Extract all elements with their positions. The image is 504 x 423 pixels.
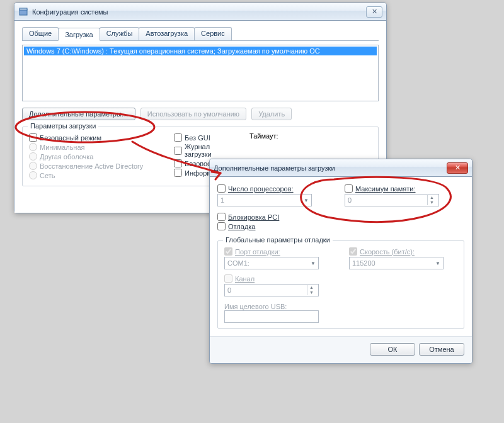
adv-dialog-buttons: ОК Отмена (210, 336, 472, 363)
debug-legend: Глобальные параметры отладки (223, 236, 333, 244)
boot-list[interactable]: Windows 7 (C:\Windows) : Текущая операци… (22, 45, 379, 101)
adv-titlebar[interactable]: Дополнительные параметры загрузки ✕ (210, 159, 472, 177)
set-default-button: Использовать по умолчанию (140, 108, 246, 120)
delete-button: Удалить (251, 108, 292, 120)
boot-options-legend: Параметры загрузки (28, 122, 98, 130)
debugport-checkbox: Порт отладки: (224, 247, 333, 256)
baud-combo: 115200 ▼ (349, 257, 444, 269)
tab-tools[interactable]: Сервис (194, 27, 232, 40)
maxmem-checkbox[interactable]: Максимум памяти: (345, 184, 455, 193)
adv-title: Дополнительные параметры загрузки (214, 164, 447, 172)
boot-log-checkbox[interactable]: Журнал загрузки (174, 143, 237, 158)
dropdown-arrow-icon: ▼ (435, 261, 440, 266)
titlebar[interactable]: Конфигурация системы ✕ (14, 3, 386, 21)
debugport-combo: COM1: ▼ (224, 257, 319, 269)
dropdown-arrow-icon: ▼ (304, 198, 309, 203)
app-icon (18, 7, 28, 17)
channel-checkbox: Канал (224, 274, 457, 283)
debug-group: Глобальные параметры отладки Порт отладк… (217, 240, 464, 329)
usb-target-label: Имя целевого USB: (224, 303, 457, 310)
tab-strip: Общие Загрузка Службы Автозагрузка Серви… (22, 27, 379, 41)
adv-cancel-button[interactable]: Отмена (419, 343, 464, 356)
maxmem-spinner: 0 ▲▼ (345, 194, 439, 206)
channel-spinner: 0 ▲▼ (224, 284, 319, 296)
close-button[interactable]: ✕ (366, 6, 382, 18)
safe-mode-checkbox[interactable]: Безопасный режим (29, 133, 161, 142)
tab-services[interactable]: Службы (100, 27, 140, 40)
tab-boot[interactable]: Загрузка (58, 28, 100, 41)
adv-client: Число процессоров: 1 ▼ Максимум памяти: … (210, 177, 472, 336)
numproc-combo: 1 ▼ (217, 194, 312, 206)
safe-network-radio: Сеть (29, 171, 161, 179)
advanced-options-button[interactable]: Дополнительные параметры… (22, 108, 135, 120)
spinner-buttons: ▲▼ (307, 285, 316, 295)
safe-minimal-radio: Минимальная (29, 143, 161, 151)
adv-ok-button[interactable]: ОК (370, 343, 415, 356)
tab-startup[interactable]: Автозагрузка (139, 27, 195, 40)
timeout-label: Таймаут: (249, 132, 278, 140)
numproc-checkbox[interactable]: Число процессоров: (217, 184, 328, 193)
boot-entry-selected[interactable]: Windows 7 (C:\Windows) : Текущая операци… (24, 47, 377, 55)
tab-general[interactable]: Общие (22, 27, 59, 40)
no-gui-checkbox[interactable]: Без GUI (174, 133, 237, 142)
svg-rect-1 (20, 8, 27, 10)
safe-dsrepair-radio: Восстановление Active Directory (29, 162, 161, 170)
baud-checkbox: Скорость (бит/с): (349, 247, 457, 256)
window-title: Конфигурация системы (32, 8, 366, 16)
pcilock-checkbox[interactable]: Блокировка PCI (217, 213, 464, 221)
spinner-buttons: ▲▼ (427, 195, 436, 205)
dropdown-arrow-icon: ▼ (311, 261, 316, 266)
safe-altshell-radio: Другая оболочка (29, 152, 161, 161)
adv-close-button[interactable]: ✕ (447, 162, 468, 174)
debug-checkbox[interactable]: Отладка (217, 222, 464, 230)
usb-target-input (224, 310, 319, 323)
advanced-boot-dialog: Дополнительные параметры загрузки ✕ Числ… (209, 159, 472, 364)
